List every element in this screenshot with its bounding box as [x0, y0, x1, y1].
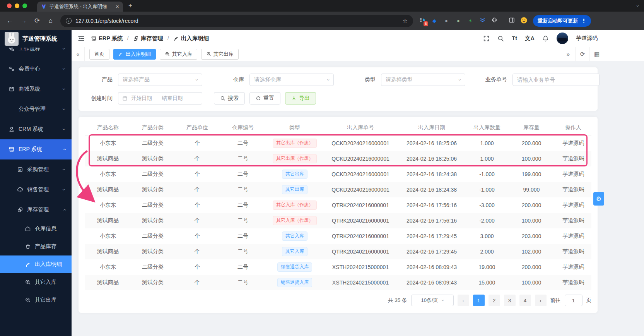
tab-other-in[interactable]: 其它入库 — [160, 49, 197, 60]
tabs-scroll-left-icon[interactable]: « — [72, 47, 85, 61]
tab-search-icon[interactable]: › — [635, 5, 641, 7]
warehouse-select[interactable]: 请选择仓库 › — [249, 74, 334, 86]
gem-extension-icon[interactable]: ◆ — [431, 18, 438, 24]
puzzle-extensions-icon[interactable] — [491, 17, 498, 24]
sidebar-item-erp-system[interactable]: ERP 系统› — [0, 139, 72, 159]
tab-stock-record[interactable]: 出入库明细 — [113, 49, 156, 60]
search-icon[interactable] — [497, 35, 504, 42]
chevron-down-icon: › — [62, 108, 67, 110]
extension-updates-icon[interactable]: 6 — [419, 17, 426, 24]
product-select-placeholder: 请选择产品 — [123, 76, 150, 83]
sidebar-item-label: 出入库明细 — [35, 261, 65, 268]
menu-collapse-icon[interactable] — [78, 35, 85, 42]
sidebar-item-product-stock[interactable]: 产品库存 — [0, 238, 72, 255]
sidebar-item-stock[interactable]: 库存管理› — [0, 200, 72, 220]
sidebar-item-warehouse-info[interactable]: 仓库信息 — [0, 220, 72, 238]
sidebar-item-member-center[interactable]: 会员中心› — [0, 59, 72, 79]
address-bar[interactable]: i 127.0.0.1/erp/stock/record ☆ — [60, 15, 413, 27]
tab-layout-grid-icon[interactable]: ▦ — [589, 47, 604, 61]
table-row[interactable]: 小东东二级分类个二号其它入库（作废）QTRK202402160000012024… — [85, 197, 591, 213]
forward-icon[interactable]: → — [20, 17, 27, 25]
table-row[interactable]: 测试商品测试分类个二号其它出库QCKD202402160000012024-02… — [85, 182, 591, 197]
type-select[interactable]: 请选择类型 › — [381, 74, 465, 86]
table-row[interactable]: 小东东二级分类个二号其它出库QCKD202402160000012024-02-… — [85, 166, 591, 182]
reset-button-label: 重置 — [263, 95, 274, 102]
user-avatar[interactable] — [557, 33, 568, 44]
app-logo[interactable]: 芋道管理系统 — [0, 30, 72, 48]
profile-emoji-icon[interactable] — [520, 17, 527, 25]
member-icon — [9, 66, 15, 72]
tab-home[interactable]: 首页 — [89, 49, 109, 60]
sidebar-item-mall-system[interactable]: 商城系统› — [0, 79, 72, 99]
home-icon[interactable]: ⌂ — [47, 17, 55, 25]
sidebar-item-crm-system[interactable]: CRM 系统› — [0, 119, 72, 139]
window-zoom-button[interactable] — [22, 3, 27, 8]
page-size-select[interactable]: 10条/页 › — [411, 295, 454, 306]
sidebar-item-purchase[interactable]: A采购管理› — [0, 159, 72, 180]
tabs-scroll-right-icon[interactable]: » — [561, 47, 575, 61]
sidebar-item-mp-admin[interactable]: 公众号管理› — [0, 99, 72, 119]
table-row[interactable]: 测试商品测试分类个二号其它入库（作废）QTRK20240216000001202… — [85, 213, 591, 228]
notification-bell-icon[interactable] — [542, 35, 549, 42]
back-icon[interactable]: ← — [6, 17, 14, 25]
tab-refresh-icon[interactable]: ⟳ — [575, 47, 589, 61]
table-row[interactable]: 小东东二级分类个二号其它出库（作废）QCKD202402160000012024… — [85, 135, 591, 151]
chrome-update-button[interactable]: 重新启动即可更新 ⋮ — [533, 15, 591, 27]
sidebar: 芋道管理系统 工作流程›会员中心›商城系统›公众号管理›CRM 系统›ERP 系… — [0, 30, 72, 336]
operator-cell: 芋道源码 — [555, 244, 591, 259]
column-header: 仓库编号 — [220, 120, 266, 135]
type-cell: 其它入库（作废） — [266, 197, 324, 213]
browser-menu-dots-icon[interactable]: ⋮ — [581, 18, 586, 24]
double-chevron-extension-icon[interactable] — [479, 17, 486, 24]
breadcrumb-item[interactable]: ERP 系统 — [91, 35, 123, 42]
browser-tab[interactable]: 芋道管理系统 - 出入库明细 ✕ — [37, 2, 123, 12]
green-circle-extension-icon[interactable]: ● — [455, 18, 462, 24]
export-button-label: 导出 — [299, 95, 310, 102]
site-info-icon[interactable]: i — [66, 18, 72, 24]
sidebar-item-stock-record[interactable]: 出入库明细 — [0, 255, 72, 273]
page-button-4[interactable]: 4 — [519, 295, 531, 306]
star-extension-icon[interactable]: ✶ — [467, 18, 474, 24]
fullscreen-icon[interactable] — [483, 35, 490, 42]
prev-page-button[interactable]: ‹ — [458, 295, 469, 306]
table-row[interactable]: 测试商品测试分类个二号其它入库QTRK202402160000012024-02… — [85, 244, 591, 259]
page-button-2[interactable]: 2 — [489, 295, 500, 306]
settings-drawer-button[interactable]: ⚙ — [593, 192, 604, 206]
product-select[interactable]: 请选择产品 › — [118, 74, 202, 86]
window-minimize-button[interactable] — [15, 3, 19, 8]
table-row[interactable]: 小东东二级分类个二号销售退货入库XSTH202402150000012024-0… — [85, 259, 591, 275]
goto-page-input[interactable] — [565, 295, 583, 306]
date-range-picker[interactable]: 开始日期 – 结束日期 — [118, 92, 202, 105]
product-category-cell: 二级分类 — [131, 228, 174, 244]
sidebar-item-other-in[interactable]: 其它入库 — [0, 273, 72, 291]
sidebar-item-other-out[interactable]: 其它出库 — [0, 291, 72, 309]
mall-icon — [9, 86, 15, 92]
page-button-3[interactable]: 3 — [504, 295, 516, 306]
export-button[interactable]: 导出 — [285, 92, 316, 105]
search-button[interactable]: 搜索 — [214, 92, 245, 105]
table-row[interactable]: 测试商品测试分类个二号销售退货入库XSTH202402150000012024-… — [85, 275, 591, 290]
tab-close-icon[interactable]: ✕ — [116, 4, 119, 9]
page-button-1[interactable]: 1 — [473, 295, 485, 306]
table-row[interactable]: 小东东二级分类个二号其它入库QTRK202402160000012024-02-… — [85, 228, 591, 244]
locale-icon[interactable]: 文A — [525, 35, 535, 42]
sidebar-item-sales[interactable]: 销售管理› — [0, 180, 72, 200]
table-row[interactable]: 测试商品测试分类个二号其它出库（作废）QCKD20240216000001202… — [85, 151, 591, 166]
biz-no-input[interactable] — [512, 74, 600, 86]
side-panel-icon[interactable] — [508, 17, 515, 24]
new-tab-button[interactable]: + — [128, 2, 132, 10]
next-page-button[interactable]: › — [535, 295, 547, 306]
url-text: 127.0.0.1/erp/stock/record — [75, 18, 138, 24]
breadcrumb-item[interactable]: 出入库明细 — [173, 35, 209, 42]
gray-circle-extension-icon[interactable]: ● — [443, 18, 450, 24]
tab-other-out[interactable]: 其它出库 — [201, 49, 239, 60]
reset-button[interactable]: 重置 — [249, 92, 280, 105]
product-name-cell: 小东东 — [85, 197, 131, 213]
window-close-button[interactable] — [7, 3, 12, 8]
font-size-icon[interactable]: Tt — [512, 35, 517, 41]
username[interactable]: 芋道源码 — [576, 35, 598, 42]
bookmark-star-icon[interactable]: ☆ — [403, 17, 408, 24]
reload-icon[interactable]: ⟳ — [33, 17, 41, 25]
breadcrumb-item[interactable]: 库存管理 — [133, 35, 163, 42]
svg-text:A: A — [19, 168, 21, 171]
